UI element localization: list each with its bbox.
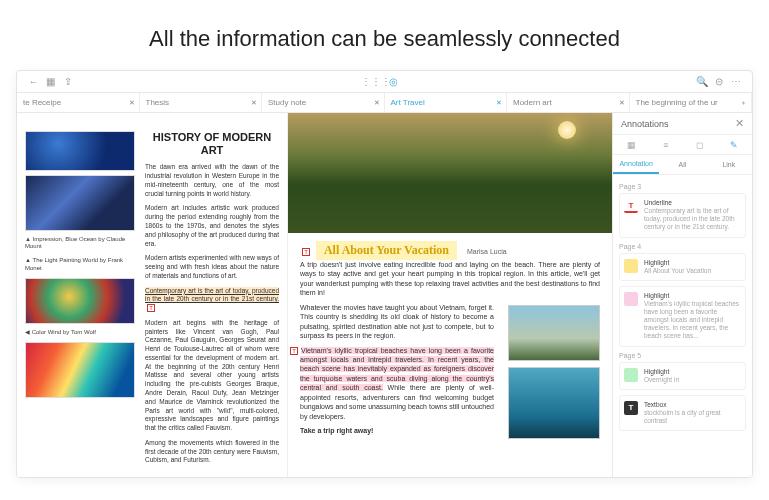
left-document: ▲ Impression, Blue Ocean by Claude Mount…	[17, 113, 287, 477]
annotation-snippet: All About Your Vacation	[644, 267, 711, 274]
share-icon[interactable]: ⇪	[62, 76, 73, 87]
artwork-thumb-3	[25, 278, 135, 324]
tab-annotation[interactable]: Annotation	[613, 155, 659, 174]
annotations-list: Page 3 T UnderlineContemporary art is th…	[613, 175, 752, 477]
document-tabs: te Receipe✕ Thesis✕ Study note✕ Art Trav…	[17, 93, 752, 113]
annotation-view-icon[interactable]: ✎	[730, 140, 738, 150]
tab-beginning[interactable]: The beginning of the ur＋	[630, 93, 753, 112]
close-icon[interactable]: ✕	[496, 99, 502, 107]
tab-link[interactable]: Link	[706, 155, 752, 174]
caption-2: ▲ The Light Painting World by Frank Mone…	[25, 257, 135, 271]
tab-label: Study note	[268, 98, 306, 107]
more-icon[interactable]: ⋯	[730, 76, 741, 87]
add-tab-icon[interactable]: ＋	[740, 98, 747, 108]
paragraph: Whatever the movies have taught you abou…	[300, 303, 494, 341]
annotation-type: Highlight	[644, 292, 741, 300]
annotation-type: Highlight	[644, 368, 679, 376]
annotation-type: Textbox	[644, 401, 741, 409]
highlight-swatch-icon	[624, 368, 638, 382]
cta-text: Take a trip right away!	[300, 426, 494, 435]
app-window: ← ▦ ⇪ ⋮⋮⋮ ◎ 🔍 ⊝ ⋯ te Receipe✕ Thesis✕ St…	[16, 70, 753, 478]
target-icon[interactable]: ◎	[388, 76, 399, 87]
highlighted-paragraph: TVietnam's idyllic tropical beaches have…	[300, 346, 494, 422]
annotation-item[interactable]: T UnderlineContemporary art is the art o…	[619, 193, 746, 238]
article-title: All About Your Vacation	[316, 241, 457, 260]
main-toolbar: ← ▦ ⇪ ⋮⋮⋮ ◎ 🔍 ⊝ ⋯	[17, 71, 752, 93]
annotation-marker-icon[interactable]: T	[147, 304, 155, 312]
paragraph: Modern art begins with the heritage of p…	[145, 319, 279, 433]
vacation-article: T All About Your Vacation Marisa Lucia A…	[288, 233, 612, 447]
read-icon[interactable]: ⊝	[713, 76, 724, 87]
tab-modernart[interactable]: Modern art✕	[507, 93, 630, 112]
tab-all[interactable]: All	[659, 155, 705, 174]
paragraph: Modern art includes artistic work produc…	[145, 204, 279, 248]
paragraph: A trip doesn't just involve eating incre…	[300, 260, 600, 298]
grid-view-icon[interactable]: ▦	[627, 140, 636, 150]
right-document: T All About Your Vacation Marisa Lucia A…	[287, 113, 612, 477]
close-icon[interactable]: ✕	[251, 99, 257, 107]
caption-3: ◀ Color Wind by Tom Wolf	[25, 329, 135, 336]
tab-studynote[interactable]: Study note✕	[262, 93, 385, 112]
image-column: ▲ Impression, Blue Ocean by Claude Mount…	[25, 131, 135, 473]
panel-filter-tabs: Annotation All Link	[613, 155, 752, 175]
side-photo-2	[508, 367, 600, 439]
annotation-item[interactable]: HighlightOvernight in	[619, 362, 746, 390]
close-icon[interactable]: ✕	[619, 99, 625, 107]
panel-view-switcher: ▦ ≡ ◻ ✎	[613, 135, 752, 155]
annotation-item[interactable]: HighlightAll About Your Vacation	[619, 253, 746, 281]
textbox-swatch-icon: T	[624, 401, 638, 415]
annotation-marker-icon[interactable]: T	[302, 248, 310, 256]
annotation-snippet: Vietnam's idyllic tropical beaches have …	[644, 300, 739, 340]
tab-arttravel[interactable]: Art Travel✕	[385, 93, 508, 112]
paragraph: Among the movements which flowered in th…	[145, 439, 279, 465]
highlighted-paragraph: Contemporary art is the art of today, pr…	[145, 287, 279, 313]
tab-label: The beginning of the ur	[636, 98, 718, 107]
annotation-snippet: stockholm is a city of great contrast	[644, 409, 721, 424]
article-heading: HISTORY OF MODERN ART	[145, 131, 279, 157]
byline: Marisa Lucia	[467, 248, 507, 255]
artwork-thumb-4	[25, 342, 135, 398]
back-icon[interactable]: ←	[28, 76, 39, 87]
caption-1: ▲ Impression, Blue Ocean by Claude Mount	[25, 236, 135, 250]
article-text: HISTORY OF MODERN ART The dawn era arriv…	[135, 131, 279, 473]
list-view-icon[interactable]: ≡	[663, 140, 668, 150]
tab-recipe[interactable]: te Receipe✕	[17, 93, 140, 112]
highlight-swatch-icon	[624, 292, 638, 306]
bookmark-view-icon[interactable]: ◻	[696, 140, 703, 150]
tab-thesis[interactable]: Thesis✕	[140, 93, 263, 112]
annotation-type: Highlight	[644, 259, 711, 267]
annotation-marker-icon[interactable]: T	[290, 347, 298, 355]
page-label: Page 5	[619, 352, 746, 359]
search-icon[interactable]: 🔍	[696, 76, 707, 87]
workspace: ▲ Impression, Blue Ocean by Claude Mount…	[17, 113, 752, 477]
side-photo-1	[508, 305, 600, 361]
paragraph: Modern artists experimented with new way…	[145, 254, 279, 280]
annotation-item[interactable]: T Textboxstockholm is a city of great co…	[619, 395, 746, 431]
grid-icon[interactable]: ▦	[45, 76, 56, 87]
artwork-thumb-2	[25, 175, 135, 231]
tab-label: Thesis	[146, 98, 170, 107]
paragraph: The dawn era arrived with the dawn of th…	[145, 163, 279, 198]
annotation-snippet: Overnight in	[644, 376, 679, 383]
tab-label: Modern art	[513, 98, 552, 107]
close-icon[interactable]: ✕	[374, 99, 380, 107]
close-icon[interactable]: ✕	[129, 99, 135, 107]
close-panel-icon[interactable]: ✕	[735, 117, 744, 130]
page-label: Page 3	[619, 183, 746, 190]
tab-label: Art Travel	[391, 98, 425, 107]
annotation-snippet: Contemporary art is the art of today, pr…	[644, 207, 735, 230]
annotations-panel: Annotations ✕ ▦ ≡ ◻ ✎ Annotation All Lin…	[612, 113, 752, 477]
underline-swatch-icon: T	[624, 199, 638, 213]
annotation-type: Underline	[644, 199, 741, 207]
hero-photo	[288, 113, 612, 233]
highlight-swatch-icon	[624, 259, 638, 273]
artwork-thumb-1	[25, 131, 135, 171]
page-label: Page 4	[619, 243, 746, 250]
panel-title: Annotations	[621, 119, 669, 129]
tab-label: te Receipe	[23, 98, 61, 107]
marketing-headline: All the information can be seamlessly co…	[0, 0, 769, 70]
apps-icon[interactable]: ⋮⋮⋮	[371, 76, 382, 87]
annotation-item[interactable]: HighlightVietnam's idyllic tropical beac…	[619, 286, 746, 347]
